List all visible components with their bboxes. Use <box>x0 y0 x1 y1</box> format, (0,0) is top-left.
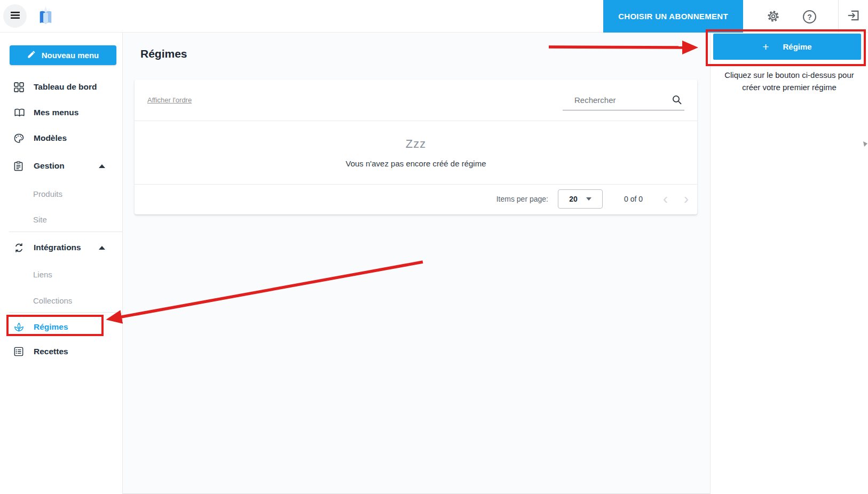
sidebar-item-label: Collections <box>33 296 72 305</box>
next-page-button[interactable]: › <box>684 194 689 204</box>
search-icon[interactable] <box>672 94 682 105</box>
panel-hint-line2: créer votre premier régime <box>711 81 868 93</box>
collapse-chevron-up-icon[interactable] <box>99 246 105 250</box>
sidebar-item-produits[interactable]: Produits <box>0 181 122 206</box>
sidebar-item-collections[interactable]: Collections <box>0 288 122 313</box>
search-input[interactable] <box>563 95 672 105</box>
previous-page-button[interactable]: ‹ <box>663 194 668 204</box>
exit-icon <box>847 9 860 24</box>
app-logo-book-icon[interactable] <box>37 6 54 28</box>
palette-icon <box>14 133 26 144</box>
sidebar-item-label: Mes menus <box>34 108 78 117</box>
regimes-list-card: Afficher l'ordre Zzz Vous n'avez pas enc… <box>135 79 697 214</box>
empty-state-sleep-text: Zzz <box>406 137 426 151</box>
app-window: CHOISIR UN ABONNEMENT ? <box>0 0 868 494</box>
clipboard-icon <box>14 161 26 171</box>
sidebar-item-label: Recettes <box>34 347 68 356</box>
panel-hint-line1: Cliquez sur le bouton ci-dessus pour <box>711 69 868 81</box>
sidebar-item-label: Modèles <box>34 133 67 143</box>
choose-subscription-button[interactable]: CHOISIR UN ABONNEMENT <box>603 0 743 33</box>
sidebar-item-label: Intégrations <box>34 243 81 252</box>
chevron-down-icon <box>586 197 591 201</box>
items-per-page-label: Items per page: <box>496 195 548 203</box>
new-menu-button-label: Nouveau menu <box>42 51 99 60</box>
help-button[interactable]: ? <box>803 10 816 23</box>
page-title: Régimes <box>140 47 187 60</box>
sidebar-item-gestion[interactable]: Gestion <box>0 153 122 179</box>
main-content: Régimes Afficher l'ordre Zzz Vous n'avez… <box>123 33 711 494</box>
sidebar-item-liens[interactable]: Liens <box>0 261 122 287</box>
menu-toggle-button[interactable] <box>3 4 27 28</box>
sidebar-item-label: Gestion <box>34 161 65 171</box>
topbar-divider <box>838 0 839 33</box>
paginator: Items per page: 20 0 of 0 ‹ › <box>135 185 697 213</box>
sidebar-item-site[interactable]: Site <box>0 206 122 232</box>
add-regime-button-label: Régime <box>783 42 812 51</box>
sidebar-item-integrations[interactable]: Intégrations <box>0 235 122 260</box>
hamburger-icon <box>10 11 20 21</box>
question-mark-icon: ? <box>807 13 812 21</box>
gear-icon <box>767 10 780 25</box>
sync-icon <box>14 243 26 253</box>
plus-icon: + <box>762 41 769 52</box>
sidebar-item-modeles[interactable]: Modèles <box>0 125 122 151</box>
top-bar: CHOISIR UN ABONNEMENT ? <box>0 0 868 33</box>
sidebar-item-label: Produits <box>33 189 62 198</box>
search-field <box>563 90 684 110</box>
add-regime-button[interactable]: + Régime <box>713 34 861 60</box>
sidebar-item-mes-menus[interactable]: Mes menus <box>0 100 122 125</box>
collapse-chevron-up-icon[interactable] <box>99 164 105 168</box>
pencil-icon <box>27 51 35 60</box>
sidebar-item-label: Tableau de bord <box>34 82 97 92</box>
create-regime-panel: + Régime Cliquez sur le bouton ci-dessus… <box>711 33 868 494</box>
sidebar: Nouveau menu Tableau de bord Mes menus <box>0 33 123 494</box>
sidebar-item-label: Liens <box>33 270 52 279</box>
sidebar-item-tableau-de-bord[interactable]: Tableau de bord <box>0 74 122 100</box>
empty-state-message: Vous n'avez pas encore créé de régime <box>345 159 486 168</box>
panel-hint-text: Cliquez sur le bouton ci-dessus pour cré… <box>711 69 868 93</box>
card-header: Afficher l'ordre <box>135 79 697 121</box>
dashboard-icon <box>14 82 26 92</box>
sidebar-item-label: Site <box>33 215 47 224</box>
open-book-icon <box>14 108 26 117</box>
page-range-label: 0 of 0 <box>624 195 643 203</box>
spa-leaf-icon <box>14 322 26 332</box>
page-size-select[interactable]: 20 <box>558 189 603 209</box>
sidebar-item-regimes[interactable]: Régimes <box>0 314 122 340</box>
new-menu-button[interactable]: Nouveau menu <box>10 45 116 65</box>
sidebar-item-label: Régimes <box>34 322 68 332</box>
page-size-value: 20 <box>569 195 578 203</box>
show-order-link[interactable]: Afficher l'ordre <box>147 96 192 104</box>
empty-state: Zzz Vous n'avez pas encore créé de régim… <box>135 121 697 185</box>
sidebar-divider <box>9 232 122 232</box>
logout-button[interactable] <box>847 10 861 23</box>
list-icon <box>14 347 26 356</box>
sidebar-item-recettes[interactable]: Recettes <box>0 339 122 364</box>
sidebar-divider <box>9 312 122 313</box>
settings-button[interactable] <box>766 10 780 25</box>
